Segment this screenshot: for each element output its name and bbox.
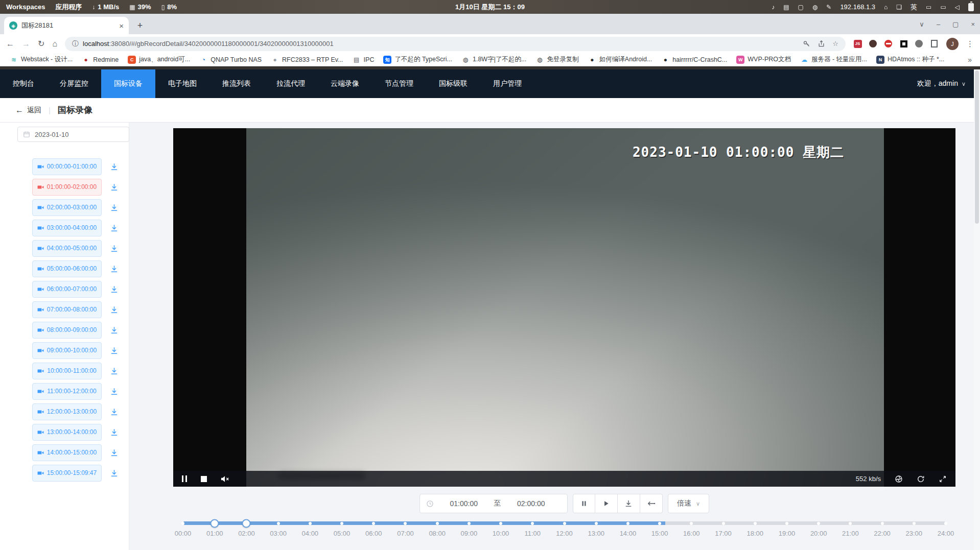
- pause-button[interactable]: [573, 494, 595, 513]
- nav-item-gb-device[interactable]: 国标设备: [101, 69, 155, 98]
- timeline-handle[interactable]: [211, 519, 219, 528]
- bookmark-item[interactable]: NHDAtmos :: 种子 *...: [872, 54, 949, 65]
- share-icon[interactable]: [818, 40, 825, 47]
- back-button[interactable]: ← 返回: [15, 106, 41, 115]
- segment-button[interactable]: 02:00:00-03:00:00: [32, 199, 102, 216]
- refresh-icon[interactable]: [917, 475, 925, 483]
- window-close-icon[interactable]: ×: [971, 20, 975, 28]
- bookmark-item[interactable]: ◔QNAP Turbo NAS: [195, 55, 266, 65]
- system-tray[interactable]: ♪ ▤ ▢ ◍ ✎ 192.168.1.3 ⌂ ❏ 英 ▭ ▭ ◁: [772, 3, 974, 12]
- segment-download-button[interactable]: [110, 346, 119, 355]
- segment-button[interactable]: 00:00:00-01:00:00: [32, 158, 102, 175]
- workspaces-button[interactable]: Workspaces: [6, 3, 45, 11]
- bookmark-item[interactable]: Cjava、android可...: [123, 54, 195, 65]
- nav-item-pull-proxy[interactable]: 拉流代理: [264, 69, 318, 98]
- bookmark-item[interactable]: ☁服务器 - 轻量应用...: [796, 54, 872, 65]
- nav-item-gb-cascade[interactable]: 国标级联: [426, 69, 480, 98]
- segment-button[interactable]: 01:00:00-02:00:00: [32, 179, 102, 196]
- window-minimize-icon[interactable]: –: [937, 20, 940, 28]
- date-picker[interactable]: 2023-01-10: [17, 127, 129, 142]
- bookmark-item[interactable]: ◍1.8W字|了不起的...: [457, 54, 531, 65]
- nav-item-split-screen[interactable]: 分屏监控: [47, 69, 101, 98]
- segment-download-button[interactable]: [110, 285, 119, 294]
- segment-button[interactable]: 10:00:00-11:00:00: [32, 363, 102, 379]
- segment-download-button[interactable]: [110, 244, 119, 253]
- bookmark-item[interactable]: ≋Webstack - 设计...: [5, 54, 77, 65]
- frame-extension-icon[interactable]: [930, 39, 939, 48]
- scrollbar-thumb[interactable]: [975, 70, 979, 224]
- segment-download-button[interactable]: [110, 387, 119, 396]
- nav-item-node-manage[interactable]: 节点管理: [372, 69, 426, 98]
- window-maximize-icon[interactable]: ▢: [952, 20, 959, 28]
- bookmark-star-icon[interactable]: ☆: [832, 40, 838, 47]
- bookmark-item[interactable]: WWVP-PRO文档: [732, 54, 796, 65]
- bookmark-item[interactable]: ●Redmine: [77, 55, 123, 65]
- bookmark-item[interactable]: 知了不起的 TypeScri...: [379, 54, 457, 65]
- segment-download-button[interactable]: [110, 203, 119, 212]
- tab-search-icon[interactable]: ∨: [919, 20, 924, 28]
- ime-indicator[interactable]: 英: [911, 3, 917, 12]
- bookmark-item[interactable]: ●如何编译Android...: [584, 54, 657, 65]
- pin-extension-icon[interactable]: [915, 39, 923, 48]
- bookmark-item[interactable]: ▤IPC: [348, 55, 379, 65]
- seek-back-button[interactable]: [640, 494, 663, 513]
- bookmark-item[interactable]: ◍免登录复制: [531, 54, 584, 65]
- time-range-picker[interactable]: 01:00:00 至 02:00:00: [419, 494, 568, 513]
- nav-item-e-map[interactable]: 电子地图: [155, 69, 209, 98]
- start-time-input[interactable]: 01:00:00: [434, 499, 494, 508]
- tab-close-icon[interactable]: ×: [119, 21, 124, 30]
- reload-icon[interactable]: ↻: [38, 39, 44, 49]
- segment-download-button[interactable]: [110, 265, 119, 273]
- box-extension-icon[interactable]: [899, 39, 908, 48]
- segment-download-button[interactable]: [110, 367, 119, 375]
- site-info-icon[interactable]: ⓘ: [72, 39, 79, 49]
- segment-button[interactable]: 11:00:00-12:00:00: [32, 383, 102, 400]
- download-button[interactable]: [618, 494, 640, 513]
- home-button-icon[interactable]: ⌂: [52, 39, 57, 49]
- segment-download-button[interactable]: [110, 326, 119, 334]
- bookmarks-overflow-icon[interactable]: »: [965, 56, 975, 64]
- fullscreen-icon[interactable]: [939, 475, 947, 483]
- end-time-input[interactable]: 02:00:00: [501, 499, 561, 508]
- segment-button[interactable]: 04:00:00-05:00:00: [32, 240, 102, 257]
- browser-menu-icon[interactable]: ⋮: [966, 39, 974, 49]
- segment-download-button[interactable]: [110, 428, 119, 437]
- nav-item-push-list[interactable]: 推流列表: [209, 69, 264, 98]
- new-tab-button[interactable]: +: [133, 18, 147, 33]
- nav-item-user-manage[interactable]: 用户管理: [480, 69, 534, 98]
- player-stop-icon[interactable]: [201, 476, 207, 482]
- clock[interactable]: 1月10日 星期二 15：09: [455, 3, 525, 12]
- segment-download-button[interactable]: [110, 183, 119, 192]
- segment-button[interactable]: 12:00:00-13:00:00: [32, 403, 102, 420]
- volume-muted-icon[interactable]: [221, 475, 229, 483]
- segment-button[interactable]: 09:00:00-10:00:00: [32, 342, 102, 359]
- address-bar[interactable]: ⓘ localhost:38080/#/gbRecordDetail/34020…: [65, 37, 846, 51]
- page-scrollbar[interactable]: [974, 69, 980, 550]
- segment-download-button[interactable]: [110, 408, 119, 416]
- forward-icon[interactable]: →: [22, 39, 30, 49]
- segment-download-button[interactable]: [110, 469, 119, 477]
- segment-download-button[interactable]: [110, 224, 119, 232]
- js-extension-icon[interactable]: JS: [853, 39, 862, 48]
- browser-tab[interactable]: ◈ 国标28181 ×: [4, 17, 129, 34]
- passkey-icon[interactable]: [803, 40, 810, 47]
- bookmark-item[interactable]: ●RFC2833 – RTP Ev...: [266, 55, 348, 65]
- profile-avatar[interactable]: J: [946, 38, 959, 50]
- player-pause-icon[interactable]: [182, 475, 187, 482]
- speed-dropdown[interactable]: 倍速 ∨: [668, 494, 709, 513]
- nav-item-cloud-record[interactable]: 云端录像: [318, 69, 372, 98]
- segment-download-button[interactable]: [110, 305, 119, 314]
- segment-download-button[interactable]: [110, 448, 119, 457]
- segment-button[interactable]: 05:00:00-06:00:00: [32, 260, 102, 277]
- segment-button[interactable]: 07:00:00-08:00:00: [32, 301, 102, 318]
- segment-button[interactable]: 13:00:00-14:00:00: [32, 424, 102, 441]
- blocker-extension-icon[interactable]: [884, 39, 893, 48]
- nav-item-console[interactable]: 控制台: [0, 69, 47, 98]
- back-icon[interactable]: ←: [6, 39, 14, 49]
- applications-button[interactable]: 应用程序: [55, 3, 82, 12]
- segment-button[interactable]: 08:00:00-09:00:00: [32, 322, 102, 339]
- segment-button[interactable]: 06:00:00-07:00:00: [32, 281, 102, 298]
- segment-button[interactable]: 03:00:00-04:00:00: [32, 220, 102, 236]
- timeline-track[interactable]: [183, 521, 946, 525]
- play-button[interactable]: [595, 494, 618, 513]
